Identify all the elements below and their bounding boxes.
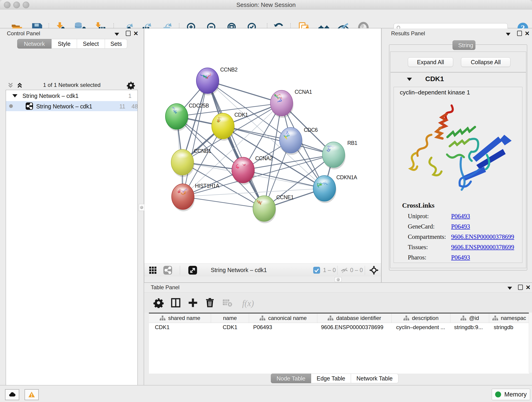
column-header--id[interactable]: @id: [450, 313, 489, 323]
maximize-icon: [517, 31, 522, 36]
table-cell[interactable]: P06493: [249, 323, 317, 332]
current-network-dot-icon: [9, 104, 13, 108]
birds-eye-view-button[interactable]: [149, 266, 157, 274]
warnings-button[interactable]: [25, 389, 39, 400]
tab-sets[interactable]: Sets: [105, 39, 127, 49]
network-edge[interactable]: [183, 197, 264, 209]
table-cell[interactable]: 9606.ENSP00000378699: [317, 323, 392, 332]
table-panel: Table Panel ✕ f(x) shared namenamecanoni…: [144, 282, 532, 385]
warning-icon: [28, 391, 35, 398]
node-label-CCNB1: CCNB1: [194, 148, 211, 154]
column-type-icon: [327, 315, 333, 321]
network-view-title: String Network – cdk1: [211, 267, 267, 274]
tab-style[interactable]: Style: [51, 39, 77, 49]
network-edge[interactable]: [243, 170, 324, 188]
column-header-namespac[interactable]: namespac: [489, 313, 529, 323]
cloud-status-button[interactable]: [5, 389, 19, 400]
grip-dot-icon: [336, 278, 340, 281]
tab-string[interactable]: String: [452, 40, 475, 50]
column-header-database-identifier[interactable]: database identifier: [317, 313, 392, 323]
results-panel-float-button[interactable]: [505, 31, 512, 37]
tab-node-table[interactable]: Node Table: [271, 374, 311, 383]
control-panel-maximize-button[interactable]: [125, 31, 132, 37]
network-graph[interactable]: CCNB2CCNA1CDC25BCDK1CDC6RB1CCNB1CCNA2CDK…: [144, 28, 381, 264]
left-splitter-handle[interactable]: [139, 204, 144, 211]
results-panel-maximize-button[interactable]: [516, 31, 523, 37]
crosslink-link[interactable]: P06493: [451, 254, 470, 261]
control-panel-title: Control Panel: [7, 30, 40, 37]
collapse-all-button[interactable]: Collapse All: [461, 57, 510, 67]
section-collapse-icon[interactable]: [407, 78, 412, 81]
application-window: Session: New Session ? Control Panel: [0, 0, 532, 402]
results-panel: Results Panel ✕ String Expand All Collap…: [382, 28, 532, 282]
crosslink-link[interactable]: P06493: [451, 223, 470, 230]
table-panel-close-button[interactable]: ✕: [525, 284, 532, 290]
column-header-canonical-name[interactable]: canonical name: [249, 313, 317, 323]
crosslink-link[interactable]: 9606.ENSP00000378699: [451, 244, 514, 251]
network-row-selected[interactable]: String Network – cdk1 11 48: [6, 101, 138, 111]
tab-select[interactable]: Select: [77, 39, 105, 49]
table-panel-maximize-button[interactable]: [517, 285, 524, 291]
crosslink-label: Tissues:: [408, 244, 428, 251]
node-label-CDC6: CDC6: [304, 127, 318, 133]
show-columns-button[interactable]: [171, 298, 181, 308]
network-list: String Network – cdk1 1 String Network –…: [6, 90, 138, 402]
caret-down-icon: [506, 33, 510, 36]
table-cell[interactable]: cyclin–dependent ...: [392, 323, 450, 332]
gene-details: cyclin–dependent kinase 1: [394, 87, 522, 263]
column-type-icon: [460, 315, 466, 321]
horizontal-splitter[interactable]: [144, 276, 381, 282]
add-column-button[interactable]: [188, 298, 198, 308]
vertical-scrollbar-track[interactable]: [529, 313, 532, 373]
pan-mode-button[interactable]: [369, 266, 379, 275]
open-in-window-button[interactable]: [188, 266, 197, 274]
network-edge[interactable]: [208, 81, 264, 209]
bottom-splitter-handle[interactable]: [335, 277, 342, 282]
control-panel-close-button[interactable]: ✕: [133, 31, 139, 36]
network-view-canvas[interactable]: CCNB2CCNA1CDC25BCDK1CDC6RB1CCNB1CCNA2CDK…: [144, 28, 381, 264]
network-label: String Network – cdk1: [36, 103, 92, 110]
results-panel-title: Results Panel: [391, 30, 425, 37]
memory-button[interactable]: Memory: [492, 389, 530, 400]
protein-structure-image: [404, 100, 512, 197]
table-settings-button[interactable]: [153, 298, 164, 308]
column-header-description[interactable]: description: [392, 313, 450, 323]
results-panel-close-button[interactable]: ✕: [524, 31, 531, 36]
tab-network[interactable]: Network: [17, 39, 51, 49]
collection-count: 1: [128, 93, 132, 99]
node-label-CCNA2: CCNA2: [255, 155, 272, 161]
maximize-icon: [126, 31, 131, 36]
crosslink-link[interactable]: 9606.ENSP00000378699: [451, 233, 514, 240]
crosslink-link[interactable]: P06493: [451, 213, 470, 220]
control-panel: Control Panel ✕ Network Style Select Set…: [0, 28, 144, 385]
gene-section: CDK1 cyclin–dependent kinase 1: [390, 72, 526, 268]
network-collection-row[interactable]: String Network – cdk1 1: [6, 91, 138, 101]
expand-all-button[interactable]: Expand All: [408, 57, 453, 67]
crosslink-label: Uniprot:: [408, 213, 429, 220]
crosslink-label: Pharos:: [408, 254, 426, 261]
gear-icon: [153, 298, 164, 308]
gear-icon[interactable]: [127, 81, 135, 89]
table-data-row[interactable]: CDK1CDK1P064939606.ENSP00000378699cyclin…: [149, 323, 529, 332]
table-cell[interactable]: stringdb:9...: [450, 323, 489, 332]
tree-expand-icon[interactable]: [12, 94, 17, 97]
selected-checkbox[interactable]: [313, 267, 320, 274]
table-cell[interactable]: CDK1: [149, 323, 211, 332]
column-type-icon: [159, 315, 165, 321]
node-label-CCNE1: CCNE1: [276, 194, 293, 200]
toolbar-separator: [337, 266, 337, 275]
selected-count: 1 – 0: [323, 267, 336, 274]
column-header-shared-name[interactable]: shared name: [149, 313, 211, 323]
column-type-icon: [403, 315, 409, 321]
delete-column-button[interactable]: [205, 298, 215, 308]
control-panel-float-button[interactable]: [114, 31, 120, 37]
tab-edge-table[interactable]: Edge Table: [311, 374, 351, 383]
column-header-name[interactable]: name: [211, 313, 249, 323]
table-cell[interactable]: CDK1: [211, 323, 249, 332]
edge-count: 48: [132, 103, 138, 110]
table-panel-float-button[interactable]: [506, 285, 513, 291]
table-cell[interactable]: stringdb: [489, 323, 529, 332]
node-label-CDC25B: CDC25B: [189, 103, 209, 109]
memory-label: Memory: [504, 391, 527, 398]
tab-network-table[interactable]: Network Table: [351, 374, 399, 383]
